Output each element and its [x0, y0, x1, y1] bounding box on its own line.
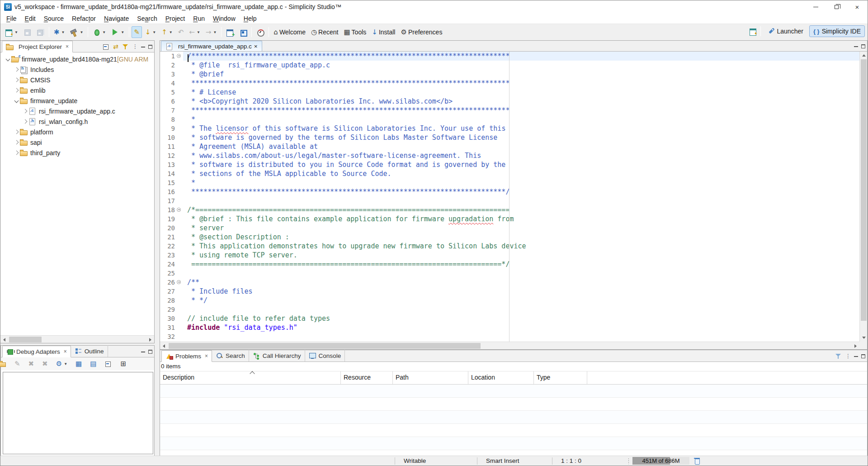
tab-call-hierarchy[interactable]: Call Hierarchy: [249, 350, 305, 361]
tab-search[interactable]: Search: [212, 350, 249, 361]
expander[interactable]: [13, 89, 20, 92]
link-with-editor-icon[interactable]: ⇄: [113, 43, 118, 50]
tab-project-explorer[interactable]: Project Explorer ×: [2, 41, 73, 52]
perspective-launcher[interactable]: Launcher: [764, 25, 807, 38]
code-line[interactable]: 2 * @file rsi_firmware_update_app.c: [160, 61, 859, 70]
tree-item-rsi-firmware-update-app-c[interactable]: rsi_firmware_update_app.c: [0, 106, 154, 116]
recent-button[interactable]: ◷Recent: [309, 26, 340, 38]
tree-item-third-party[interactable]: third_party: [0, 147, 154, 158]
view-menu-icon[interactable]: ⋮: [845, 353, 851, 359]
close-icon[interactable]: ×: [64, 348, 67, 355]
expander[interactable]: [21, 120, 28, 123]
scroll-left-icon[interactable]: [160, 342, 168, 350]
preferences-button[interactable]: ⚙Preferences: [398, 26, 444, 38]
minimize-editor-icon[interactable]: [854, 46, 858, 47]
code-line[interactable]: 15 *: [160, 178, 859, 187]
minimize-panel-icon[interactable]: [141, 46, 145, 48]
code-editor[interactable]: 1/**************************************…: [160, 52, 859, 342]
expander[interactable]: [13, 99, 20, 102]
collapse-all-button[interactable]: [102, 358, 114, 370]
code-line[interactable]: 32: [160, 332, 859, 341]
tree-item-rsi-wlan-config-h[interactable]: rsi_wlan_config.h: [0, 116, 154, 127]
menu-window[interactable]: Window: [209, 14, 240, 24]
highlight-tool-button[interactable]: ✎: [132, 26, 142, 38]
code-line[interactable]: 16 *************************************…: [160, 187, 859, 196]
scroll-right-icon[interactable]: [852, 342, 859, 350]
table-row[interactable]: [160, 398, 867, 411]
expander[interactable]: [13, 68, 20, 71]
prev-annotation-button[interactable]: ↑▼: [159, 26, 175, 38]
code-line[interactable]: 27 * Include files: [160, 287, 859, 296]
expander[interactable]: [13, 130, 20, 133]
code-line[interactable]: 14 * sections of the MSLA applicable to …: [160, 169, 859, 178]
fold-collapse-icon[interactable]: [177, 280, 181, 284]
expander[interactable]: [4, 57, 11, 61]
code-line[interactable]: 18/*====================================…: [160, 205, 859, 214]
view-table-button[interactable]: ▦: [73, 358, 84, 370]
tools-button[interactable]: ▦Tools: [341, 26, 368, 38]
menu-navigate[interactable]: Navigate: [100, 14, 133, 24]
code-line[interactable]: 25: [160, 269, 859, 278]
minimize-panel-icon[interactable]: [854, 356, 858, 357]
open-perspective-button[interactable]: ✦: [749, 28, 757, 35]
minimize-button[interactable]: [805, 0, 826, 13]
table-row[interactable]: [160, 411, 867, 424]
code-line[interactable]: 22 * This application demonstrates how t…: [160, 242, 859, 251]
device-tools-button[interactable]: ✖: [40, 358, 50, 370]
rename-button[interactable]: ✎: [12, 358, 23, 370]
new-window-button[interactable]: +: [224, 26, 236, 38]
fold-collapse-icon[interactable]: [177, 54, 181, 58]
forward-button[interactable]: →▼: [203, 26, 219, 38]
scrollbar-thumb[interactable]: [861, 59, 867, 321]
maximize-panel-icon[interactable]: [148, 45, 152, 49]
code-line[interactable]: 19 * @brief : This file contains example…: [160, 214, 859, 223]
column-header-location[interactable]: Location: [468, 371, 534, 384]
code-line[interactable]: 20 * server: [160, 223, 859, 233]
tree-item-includes[interactable]: Includes: [0, 64, 154, 75]
heap-status-gauge[interactable]: 451M of 686M: [632, 457, 689, 465]
code-line[interactable]: 8 *: [160, 115, 859, 124]
fold-collapse-icon[interactable]: [177, 208, 181, 212]
expander[interactable]: [13, 141, 20, 144]
tree-item-sapi[interactable]: sapi: [0, 137, 154, 147]
tab-problems[interactable]: Problems×: [161, 350, 212, 362]
close-icon[interactable]: ×: [205, 353, 208, 359]
menu-help[interactable]: Help: [240, 14, 261, 24]
table-row[interactable]: [160, 424, 867, 437]
expander[interactable]: [13, 151, 20, 154]
code-line[interactable]: 17: [160, 196, 859, 205]
code-line[interactable]: 7 **************************************…: [160, 106, 859, 115]
debug-adapters-list[interactable]: [3, 372, 153, 454]
code-line[interactable]: 29: [160, 305, 859, 314]
view-columns-button[interactable]: ▤: [88, 358, 99, 370]
table-row[interactable]: [160, 385, 867, 398]
menu-file[interactable]: File: [2, 14, 21, 24]
scrollbar-thumb[interactable]: [169, 343, 481, 349]
scroll-right-icon[interactable]: [146, 336, 154, 343]
tree-item-platform[interactable]: platform: [0, 127, 154, 137]
menu-refactor[interactable]: Refactor: [68, 14, 100, 24]
code-line[interactable]: 11 * Agreement (MSLA) available at: [160, 142, 859, 151]
tree-item-emlib[interactable]: emlib: [0, 85, 154, 95]
menu-project[interactable]: Project: [161, 14, 189, 24]
code-line[interactable]: 3 * @brief: [160, 70, 859, 79]
code-line[interactable]: 24 =====================================…: [160, 260, 859, 269]
tab-rsi-firmware-update-app[interactable]: rsi_firmware_update_app.c ×: [161, 41, 262, 51]
filter-icon[interactable]: [835, 352, 842, 360]
welcome-button[interactable]: ⌂Welcome: [271, 26, 308, 38]
maximize-editor-icon[interactable]: [861, 44, 865, 48]
save-all-button[interactable]: [34, 26, 47, 38]
last-edit-location-button[interactable]: ↶: [176, 26, 186, 38]
code-line[interactable]: 9 * The licensor of this software is Sil…: [160, 124, 859, 133]
profiler-gauge-button[interactable]: [254, 26, 266, 38]
expander[interactable]: [13, 78, 20, 81]
expander[interactable]: [21, 109, 28, 113]
code-line[interactable]: 5 * # License: [160, 88, 859, 97]
column-header-type[interactable]: Type: [534, 371, 587, 384]
maximize-panel-icon[interactable]: [861, 354, 865, 358]
code-line[interactable]: 30// include file to refer data types: [160, 314, 859, 323]
adapter-settings-button[interactable]: ⚙▼: [54, 358, 70, 370]
menu-source[interactable]: Source: [40, 14, 68, 24]
filter-icon[interactable]: [122, 43, 129, 50]
view-menu-icon[interactable]: ⋮: [132, 43, 138, 50]
